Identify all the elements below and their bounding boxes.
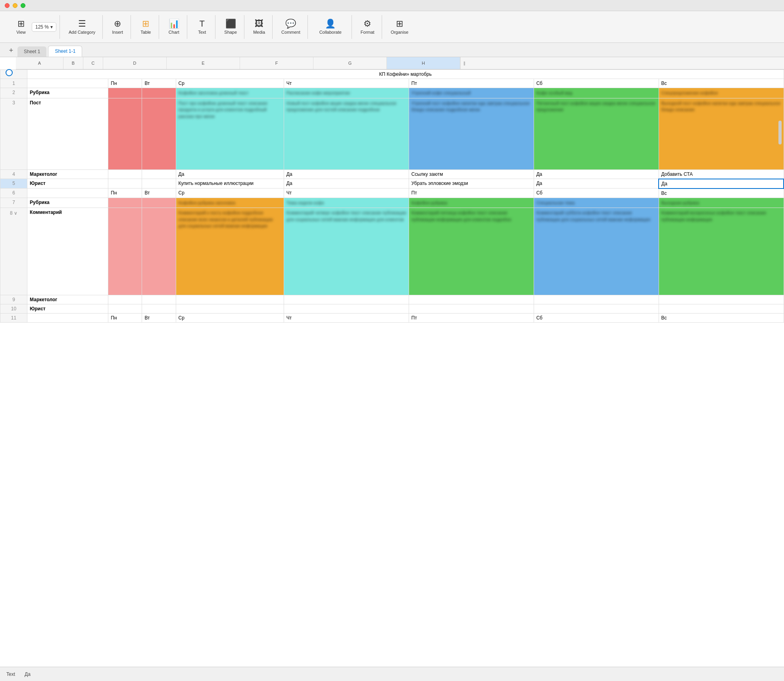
cell-11d[interactable]: Ср [176, 314, 284, 323]
cell-2c[interactable] [142, 88, 176, 98]
col-header-d[interactable]: D [103, 57, 167, 69]
zoom-button[interactable]: 125 % ▾ [32, 22, 56, 32]
cell-3b[interactable] [108, 98, 142, 169]
cell-9g[interactable] [534, 295, 659, 304]
cell-11a[interactable] [27, 314, 108, 323]
cell-3h[interactable]: Выходной пост кофейня напитки еда завтра… [659, 98, 784, 169]
cell-8d[interactable]: Комментарий к посту кофейня подробное оп… [176, 208, 284, 295]
cell-5e[interactable]: Да [284, 179, 409, 189]
cell-5c[interactable] [142, 179, 176, 189]
cell-4h[interactable]: Добавить СТА [659, 169, 784, 179]
media-button[interactable]: 🖼 Media [249, 17, 269, 37]
cell-9d[interactable] [176, 295, 284, 304]
table-button[interactable]: ⊞ Table [136, 17, 156, 37]
tab-sheet1-1[interactable]: Sheet 1-1 [48, 46, 82, 57]
cell-10b[interactable] [108, 304, 142, 314]
col-header-e[interactable]: E [167, 57, 240, 69]
text-button[interactable]: T Text [192, 17, 212, 37]
collaborate-button[interactable]: 👤 Collaborate [313, 17, 348, 37]
cell-1d[interactable]: Ср [176, 79, 284, 88]
cell-8c[interactable] [142, 208, 176, 295]
col-header-b[interactable]: B [63, 57, 83, 69]
organise-button[interactable]: ⊞ Organise [387, 17, 413, 37]
cell-5a[interactable]: Юрист [27, 179, 108, 189]
cell-6h[interactable]: Вс [659, 189, 784, 198]
cell-1a[interactable] [27, 79, 108, 88]
add-category-button[interactable]: ☰ Add Category [65, 17, 99, 37]
cell-7d[interactable]: Кофейня рубрика заголовок [176, 198, 284, 208]
scroll-indicator[interactable] [778, 121, 782, 144]
cell-10g[interactable] [534, 304, 659, 314]
cell-1h[interactable]: Вс [659, 79, 784, 88]
cell-9c[interactable] [142, 295, 176, 304]
cell-7g[interactable]: Специальная тема [534, 198, 659, 208]
cell-4e[interactable]: Да [284, 169, 409, 179]
cell-2e[interactable]: Расписание кофе мероприятие [284, 88, 409, 98]
cell-6g[interactable]: Сб [534, 189, 659, 198]
cell-4g[interactable]: Да [534, 169, 659, 179]
cell-7b[interactable] [108, 198, 142, 208]
cell-1f[interactable]: Пт [409, 79, 534, 88]
cell-9b[interactable] [108, 295, 142, 304]
cell-8a[interactable]: Комментарий [27, 208, 108, 295]
cell-7h[interactable]: Выходная рубрика [659, 198, 784, 208]
view-button[interactable]: ⊞ View [11, 17, 31, 37]
cell-3a[interactable]: Пост [27, 98, 108, 169]
cell-11h[interactable]: Вс [659, 314, 784, 323]
cell-3c[interactable] [142, 98, 176, 169]
cell-10a[interactable]: Юрист [27, 304, 108, 314]
col-header-g[interactable]: G [313, 57, 387, 69]
cell-4d[interactable]: Да [176, 169, 284, 179]
shape-button[interactable]: ⬛ Shape [220, 17, 241, 37]
cell-7e[interactable]: Тема недели кофе [284, 198, 409, 208]
cell-11e[interactable]: Чт [284, 314, 409, 323]
cell-8b[interactable] [108, 208, 142, 295]
col-header-a[interactable]: A [16, 57, 63, 69]
cell-2a[interactable]: Рубрика [27, 88, 108, 98]
cell-11f[interactable]: Пт [409, 314, 534, 323]
cell-7a[interactable]: Рубрика [27, 198, 108, 208]
cell-6f[interactable]: Пт [409, 189, 534, 198]
chart-button[interactable]: 📊 Chart [164, 17, 184, 37]
cell-3d[interactable]: Пост про кофейню длинный текст описание … [176, 98, 284, 169]
insert-button[interactable]: ⊕ Insert [108, 17, 127, 37]
col-header-c[interactable]: C [83, 57, 103, 69]
cell-11g[interactable]: Сб [534, 314, 659, 323]
cell-8f[interactable]: Комментарий пятница кофейня текст описан… [409, 208, 534, 295]
cell-2f[interactable]: Утренний кофе специальный [409, 88, 534, 98]
cell-4f[interactable]: Ссылку заютм [409, 169, 534, 179]
format-button[interactable]: ⚙ Format [357, 17, 379, 37]
col-header-h[interactable]: H [387, 57, 460, 69]
cell-8e[interactable]: Комментарий четверг кофейня текст описан… [284, 208, 409, 295]
cell-4c[interactable] [142, 169, 176, 179]
add-sheet-button[interactable]: + [6, 46, 16, 55]
maximize-button[interactable] [21, 3, 25, 8]
cell-2h[interactable]: Спецпредложение кофейня [659, 88, 784, 98]
cell-6c[interactable]: Вт [142, 189, 176, 198]
cell-6a[interactable] [27, 189, 108, 198]
cell-1b[interactable]: Пн [108, 79, 142, 88]
cell-3f[interactable]: Утренний пост кофейня напитки еда завтра… [409, 98, 534, 169]
cell-3e[interactable]: Новый пост кофейня акция скидка меню спе… [284, 98, 409, 169]
close-button[interactable] [5, 3, 10, 8]
cell-9h[interactable] [659, 295, 784, 304]
cell-9f[interactable] [409, 295, 534, 304]
cell-2d[interactable]: Кофейня заголовок длинный текст [176, 88, 284, 98]
cell-1g[interactable]: Сб [534, 79, 659, 88]
cell-4a[interactable]: Маркетолог [27, 169, 108, 179]
cell-6d[interactable]: Ср [176, 189, 284, 198]
cell-5h[interactable]: Да [659, 179, 784, 189]
col-header-f[interactable]: F [240, 57, 313, 69]
cell-11c[interactable]: Вт [142, 314, 176, 323]
cell-10d[interactable] [176, 304, 284, 314]
cell-5f[interactable]: Убрать эпловские эмодзи [409, 179, 534, 189]
cell-6b[interactable]: Пн [108, 189, 142, 198]
cell-5d[interactable]: Купить нормальные иллюстрации [176, 179, 284, 189]
cell-10f[interactable] [409, 304, 534, 314]
cell-1e[interactable]: Чт [284, 79, 409, 88]
cell-9a[interactable]: Маркетолог [27, 295, 108, 304]
cell-8g[interactable]: Комментарий суббота кофейня текст описан… [534, 208, 659, 295]
cell-8h[interactable]: Комментарий воскресенье кофейня текст оп… [659, 208, 784, 295]
cell-6e[interactable]: Чт [284, 189, 409, 198]
cell-5g[interactable]: Да [534, 179, 659, 189]
